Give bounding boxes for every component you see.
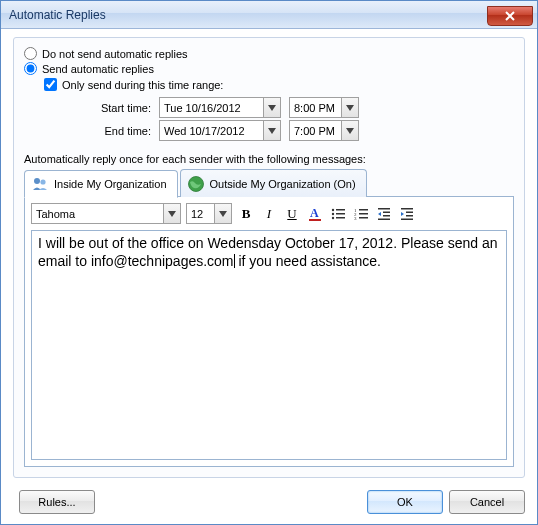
svg-rect-13 xyxy=(359,209,368,211)
bold-button[interactable]: B xyxy=(237,204,255,223)
font-size-value: 12 xyxy=(191,208,214,220)
font-size-dropdown[interactable]: 12 xyxy=(186,203,232,224)
underline-button[interactable]: U xyxy=(283,204,301,223)
chevron-down-icon xyxy=(341,98,358,117)
increase-indent-button[interactable] xyxy=(398,204,416,223)
svg-rect-25 xyxy=(401,218,413,220)
tab-strip: Inside My Organization Outside My Organi… xyxy=(24,169,514,197)
svg-rect-23 xyxy=(406,211,413,213)
title-bar: Automatic Replies xyxy=(1,1,537,29)
decrease-indent-icon xyxy=(376,206,392,222)
start-time-dropdown[interactable]: 8:00 PM xyxy=(289,97,359,118)
svg-rect-17 xyxy=(359,217,368,219)
end-time-value: 7:00 PM xyxy=(294,125,341,137)
numbered-list-icon: 123 xyxy=(353,206,369,222)
tab-outside-label: Outside My Organization (On) xyxy=(210,178,356,190)
dialog-buttons: Rules... OK Cancel xyxy=(13,490,525,514)
tab-panel-inside: Tahoma 12 B I U A 123 xyxy=(24,196,514,467)
svg-point-10 xyxy=(332,216,334,218)
svg-rect-9 xyxy=(336,213,345,215)
send-label: Send automatic replies xyxy=(42,63,154,75)
end-date-dropdown[interactable]: Wed 10/17/2012 xyxy=(159,120,281,141)
bullet-list-button[interactable] xyxy=(329,204,347,223)
decrease-indent-button[interactable] xyxy=(375,204,393,223)
start-time-label: Start time: xyxy=(84,102,159,114)
font-color-button[interactable]: A xyxy=(306,204,324,223)
send-radio[interactable] xyxy=(24,62,37,75)
only-range-label: Only send during this time range: xyxy=(62,79,223,91)
start-date-dropdown[interactable]: Tue 10/16/2012 xyxy=(159,97,281,118)
svg-rect-19 xyxy=(383,211,390,213)
format-toolbar: Tahoma 12 B I U A 123 xyxy=(31,203,507,224)
only-range-checkbox[interactable] xyxy=(44,78,57,91)
end-date-value: Wed 10/17/2012 xyxy=(164,125,263,137)
svg-rect-18 xyxy=(378,208,390,210)
chevron-down-icon xyxy=(214,204,231,223)
font-family-dropdown[interactable]: Tahoma xyxy=(31,203,181,224)
svg-point-0 xyxy=(34,178,40,184)
increase-indent-icon xyxy=(399,206,415,222)
svg-rect-24 xyxy=(406,215,413,217)
start-time-value: 8:00 PM xyxy=(294,102,341,114)
close-icon xyxy=(504,10,516,22)
rules-button[interactable]: Rules... xyxy=(19,490,95,514)
people-icon xyxy=(31,175,49,193)
end-time-label: End time: xyxy=(84,125,159,137)
numbered-list-button[interactable]: 123 xyxy=(352,204,370,223)
svg-rect-5 xyxy=(309,219,321,221)
svg-rect-11 xyxy=(336,217,345,219)
svg-rect-21 xyxy=(378,218,390,220)
chevron-down-icon xyxy=(263,98,280,117)
svg-rect-15 xyxy=(359,213,368,215)
svg-point-1 xyxy=(40,179,45,184)
time-range-group: Start time: Tue 10/16/2012 8:00 PM End t… xyxy=(84,95,514,143)
start-date-value: Tue 10/16/2012 xyxy=(164,102,263,114)
svg-text:A: A xyxy=(310,206,319,220)
font-color-icon: A xyxy=(307,206,323,222)
bullet-list-icon xyxy=(330,206,346,222)
dialog-content: Do not send automatic replies Send autom… xyxy=(13,37,525,478)
tab-inside-label: Inside My Organization xyxy=(54,178,167,190)
do-not-send-radio[interactable] xyxy=(24,47,37,60)
ok-button[interactable]: OK xyxy=(367,490,443,514)
only-range-option[interactable]: Only send during this time range: xyxy=(44,78,514,91)
italic-button[interactable]: I xyxy=(260,204,278,223)
do-not-send-label: Do not send automatic replies xyxy=(42,48,188,60)
svg-rect-7 xyxy=(336,209,345,211)
chevron-down-icon xyxy=(263,121,280,140)
message-editor[interactable]: I will be out of the office on Wedensday… xyxy=(31,230,507,460)
tab-outside-organization[interactable]: Outside My Organization (On) xyxy=(180,169,367,197)
cancel-button[interactable]: Cancel xyxy=(449,490,525,514)
chevron-down-icon xyxy=(163,204,180,223)
svg-rect-22 xyxy=(401,208,413,210)
editor-text-after: if you need assistance. xyxy=(235,253,381,269)
tab-inside-organization[interactable]: Inside My Organization xyxy=(24,170,178,198)
window-title: Automatic Replies xyxy=(9,8,106,22)
font-family-value: Tahoma xyxy=(36,208,163,220)
do-not-send-option[interactable]: Do not send automatic replies xyxy=(24,47,514,60)
send-option[interactable]: Send automatic replies xyxy=(24,62,514,75)
svg-point-6 xyxy=(332,208,334,210)
end-time-dropdown[interactable]: 7:00 PM xyxy=(289,120,359,141)
svg-rect-20 xyxy=(383,215,390,217)
close-button[interactable] xyxy=(487,6,533,26)
globe-icon xyxy=(187,175,205,193)
svg-text:3: 3 xyxy=(354,216,357,221)
svg-point-8 xyxy=(332,212,334,214)
reply-section-label: Automatically reply once for each sender… xyxy=(24,153,514,165)
chevron-down-icon xyxy=(341,121,358,140)
